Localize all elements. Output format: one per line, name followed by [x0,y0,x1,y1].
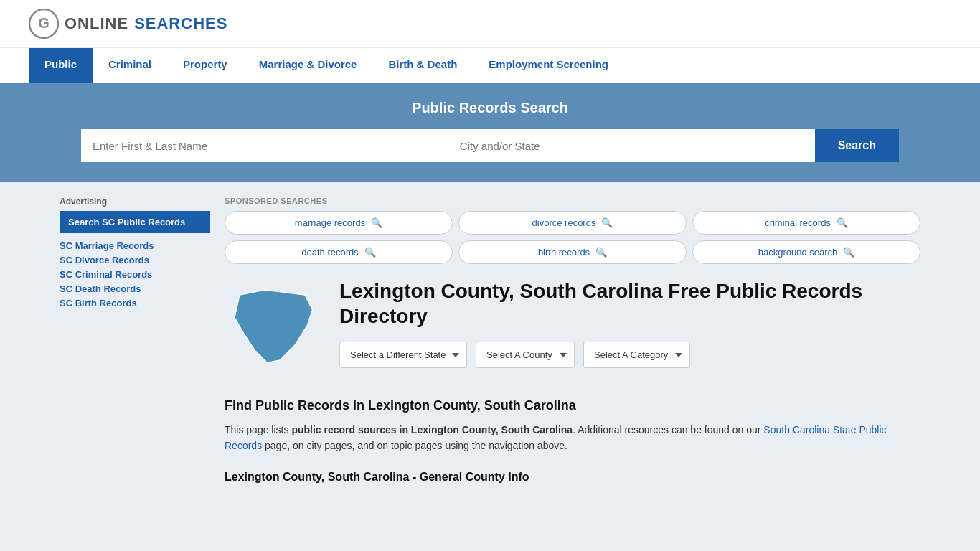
search-form: Search [81,129,899,162]
sidebar: Advertising Search SC Public Records SC … [60,197,210,484]
search-banner: Public Records Search Search [0,83,980,182]
search-tag-divorce[interactable]: divorce records 🔍 [458,211,687,235]
search-tag-criminal-text: criminal records [765,217,831,228]
find-text-part3: page, on city pages, and on topic pages … [262,440,567,451]
search-tag-background[interactable]: background search 🔍 [692,240,920,264]
nav-item-public[interactable]: Public [29,48,93,83]
search-tag-marriage-text: marriage records [295,217,365,228]
sidebar-featured[interactable]: Search SC Public Records [60,211,210,233]
logo-text-online: ONLINE [65,14,128,33]
search-tag-death[interactable]: death records 🔍 [225,240,453,264]
county-title: Lexington County, South Carolina Free Pu… [339,278,920,329]
category-dropdown[interactable]: Select A Category [583,342,690,368]
search-button[interactable]: Search [815,129,899,162]
name-input[interactable] [81,129,448,162]
sponsored-label: SPONSORED SEARCHES [225,197,920,205]
location-input[interactable] [448,129,815,162]
sc-map-icon [225,278,325,372]
svg-text:G: G [38,15,50,31]
county-section: Lexington County, South Carolina Free Pu… [225,278,920,384]
search-tag-divorce-text: divorce records [532,217,596,228]
search-tag-birth[interactable]: birth records 🔍 [458,240,687,264]
nav-item-marriage-divorce[interactable]: Marriage & Divorce [243,48,373,83]
search-tags: marriage records 🔍 divorce records 🔍 cri… [225,211,920,264]
logo-text-searches: SEARCHES [134,14,227,33]
nav-bar: Public Criminal Property Marriage & Divo… [0,47,980,83]
state-map [225,278,325,374]
section-divider [225,463,920,463]
general-info-heading: Lexington County, South Carolina - Gener… [225,471,920,484]
site-header: G ONLINE SEARCHES [0,0,980,47]
find-records-text: This page lists public record sources in… [225,422,920,454]
search-icon-4: 🔍 [595,247,607,258]
dropdown-row: Select a Different State Select A County… [339,342,920,368]
search-banner-title: Public Records Search [29,100,951,116]
logo-icon: G [29,9,59,39]
find-text-part2: . Additional resources can be found on o… [573,424,763,435]
search-icon-0: 🔍 [371,217,382,228]
nav-item-employment[interactable]: Employment Screening [473,48,624,83]
logo: G ONLINE SEARCHES [29,9,227,39]
sidebar-link-3[interactable]: SC Death Records [60,283,210,294]
search-tag-criminal[interactable]: criminal records 🔍 [692,211,920,235]
content-area: SPONSORED SEARCHES marriage records 🔍 di… [225,197,920,484]
sidebar-link-0[interactable]: SC Marriage Records [60,240,210,251]
search-tag-death-text: death records [301,247,359,258]
main-content: Advertising Search SC Public Records SC … [45,182,935,498]
sidebar-link-4[interactable]: SC Birth Records [60,298,210,309]
nav-item-property[interactable]: Property [167,48,243,83]
search-tag-marriage[interactable]: marriage records 🔍 [225,211,453,235]
sidebar-ad-label: Advertising [60,197,210,207]
search-icon-3: 🔍 [364,247,376,258]
find-text-bold: public record sources in Lexington Count… [291,424,573,435]
county-title-block: Lexington County, South Carolina Free Pu… [339,278,920,384]
sidebar-link-1[interactable]: SC Divorce Records [60,255,210,265]
search-icon-2: 🔍 [837,217,848,228]
nav-item-birth-death[interactable]: Birth & Death [372,48,473,83]
county-dropdown[interactable]: Select A County [476,342,575,368]
nav-item-criminal[interactable]: Criminal [93,48,167,83]
state-dropdown[interactable]: Select a Different State [339,342,467,368]
search-icon-5: 🔍 [843,247,854,258]
search-tag-background-text: background search [758,247,838,258]
sidebar-link-2[interactable]: SC Criminal Records [60,269,210,280]
search-icon-1: 🔍 [601,217,613,228]
find-text-part1: This page lists [225,424,291,435]
search-tag-birth-text: birth records [538,247,590,258]
find-records-heading: Find Public Records in Lexington County,… [225,398,920,413]
